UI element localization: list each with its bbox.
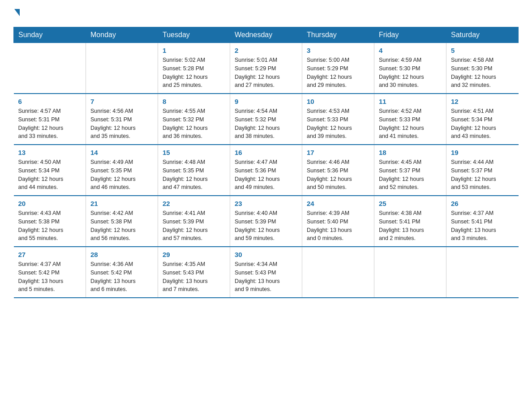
day-number: 12	[451, 98, 514, 105]
calendar-cell: 22Sunrise: 4:41 AMSunset: 5:39 PMDayligh…	[158, 196, 230, 247]
day-info: Sunrise: 4:34 AMSunset: 5:43 PMDaylight:…	[235, 260, 297, 294]
day-number: 22	[163, 200, 225, 207]
header-day-sunday: Sunday	[14, 27, 86, 43]
calendar-cell: 24Sunrise: 4:39 AMSunset: 5:40 PMDayligh…	[302, 196, 374, 247]
logo	[13, 9, 20, 18]
calendar-cell: 14Sunrise: 4:49 AMSunset: 5:35 PMDayligh…	[86, 145, 158, 196]
calendar-cell: 27Sunrise: 4:37 AMSunset: 5:42 PMDayligh…	[14, 247, 86, 298]
day-number: 25	[379, 200, 442, 207]
day-number: 29	[163, 251, 225, 258]
day-info: Sunrise: 4:51 AMSunset: 5:34 PMDaylight:…	[451, 107, 514, 141]
day-info: Sunrise: 4:53 AMSunset: 5:33 PMDaylight:…	[307, 107, 369, 141]
day-info: Sunrise: 4:37 AMSunset: 5:41 PMDaylight:…	[451, 209, 514, 243]
day-number: 2	[235, 47, 297, 54]
day-info: Sunrise: 4:38 AMSunset: 5:41 PMDaylight:…	[379, 209, 442, 243]
day-info: Sunrise: 4:52 AMSunset: 5:33 PMDaylight:…	[379, 107, 442, 141]
day-info: Sunrise: 4:36 AMSunset: 5:42 PMDaylight:…	[90, 260, 153, 294]
day-number: 6	[18, 98, 82, 105]
calendar-cell: 18Sunrise: 4:45 AMSunset: 5:37 PMDayligh…	[374, 145, 446, 196]
calendar-cell: 10Sunrise: 4:53 AMSunset: 5:33 PMDayligh…	[302, 94, 374, 145]
header-day-monday: Monday	[86, 27, 158, 43]
calendar-header-row: SundayMondayTuesdayWednesdayThursdayFrid…	[14, 27, 519, 43]
day-number: 17	[307, 149, 369, 156]
day-info: Sunrise: 4:58 AMSunset: 5:30 PMDaylight:…	[451, 56, 514, 90]
calendar-cell: 30Sunrise: 4:34 AMSunset: 5:43 PMDayligh…	[230, 247, 302, 298]
day-number: 26	[451, 200, 514, 207]
day-info: Sunrise: 4:57 AMSunset: 5:31 PMDaylight:…	[18, 107, 82, 141]
day-number: 11	[379, 98, 442, 105]
day-number: 21	[90, 200, 153, 207]
calendar-cell: 29Sunrise: 4:35 AMSunset: 5:43 PMDayligh…	[158, 247, 230, 298]
calendar-week-row: 27Sunrise: 4:37 AMSunset: 5:42 PMDayligh…	[14, 247, 519, 298]
day-number: 28	[90, 251, 153, 258]
day-info: Sunrise: 4:45 AMSunset: 5:37 PMDaylight:…	[379, 158, 442, 192]
calendar-cell: 4Sunrise: 4:59 AMSunset: 5:30 PMDaylight…	[374, 43, 446, 94]
day-number: 14	[90, 149, 153, 156]
calendar-cell: 8Sunrise: 4:55 AMSunset: 5:32 PMDaylight…	[158, 94, 230, 145]
day-info: Sunrise: 5:01 AMSunset: 5:29 PMDaylight:…	[235, 56, 297, 90]
calendar-cell: 19Sunrise: 4:44 AMSunset: 5:37 PMDayligh…	[446, 145, 519, 196]
calendar-cell: 2Sunrise: 5:01 AMSunset: 5:29 PMDaylight…	[230, 43, 302, 94]
day-number: 19	[451, 149, 514, 156]
day-info: Sunrise: 4:59 AMSunset: 5:30 PMDaylight:…	[379, 56, 442, 90]
calendar-cell: 6Sunrise: 4:57 AMSunset: 5:31 PMDaylight…	[14, 94, 86, 145]
header-day-wednesday: Wednesday	[230, 27, 302, 43]
day-info: Sunrise: 4:46 AMSunset: 5:36 PMDaylight:…	[307, 158, 369, 192]
day-number: 9	[235, 98, 297, 105]
day-number: 16	[235, 149, 297, 156]
day-number: 20	[18, 200, 82, 207]
day-info: Sunrise: 4:49 AMSunset: 5:35 PMDaylight:…	[90, 158, 153, 192]
day-info: Sunrise: 4:55 AMSunset: 5:32 PMDaylight:…	[163, 107, 225, 141]
header-day-thursday: Thursday	[302, 27, 374, 43]
day-info: Sunrise: 4:44 AMSunset: 5:37 PMDaylight:…	[451, 158, 514, 192]
day-info: Sunrise: 4:39 AMSunset: 5:40 PMDaylight:…	[307, 209, 369, 243]
day-info: Sunrise: 4:35 AMSunset: 5:43 PMDaylight:…	[163, 260, 225, 294]
day-number: 15	[163, 149, 225, 156]
calendar-cell: 11Sunrise: 4:52 AMSunset: 5:33 PMDayligh…	[374, 94, 446, 145]
day-info: Sunrise: 4:54 AMSunset: 5:32 PMDaylight:…	[235, 107, 297, 141]
calendar-week-row: 1Sunrise: 5:02 AMSunset: 5:28 PMDaylight…	[14, 43, 519, 94]
day-number: 3	[307, 47, 369, 54]
calendar-cell: 3Sunrise: 5:00 AMSunset: 5:29 PMDaylight…	[302, 43, 374, 94]
header-day-tuesday: Tuesday	[158, 27, 230, 43]
calendar-cell: 28Sunrise: 4:36 AMSunset: 5:42 PMDayligh…	[86, 247, 158, 298]
day-number: 4	[379, 47, 442, 54]
calendar-cell: 12Sunrise: 4:51 AMSunset: 5:34 PMDayligh…	[446, 94, 519, 145]
day-number: 7	[90, 98, 153, 105]
calendar-cell: 21Sunrise: 4:42 AMSunset: 5:38 PMDayligh…	[86, 196, 158, 247]
day-number: 27	[18, 251, 82, 258]
day-info: Sunrise: 4:43 AMSunset: 5:38 PMDaylight:…	[18, 209, 82, 243]
calendar-cell	[86, 43, 158, 94]
calendar-cell	[302, 247, 374, 298]
calendar-cell: 16Sunrise: 4:47 AMSunset: 5:36 PMDayligh…	[230, 145, 302, 196]
calendar-table: SundayMondayTuesdayWednesdayThursdayFrid…	[13, 27, 519, 298]
calendar-cell: 20Sunrise: 4:43 AMSunset: 5:38 PMDayligh…	[14, 196, 86, 247]
day-info: Sunrise: 4:56 AMSunset: 5:31 PMDaylight:…	[90, 107, 153, 141]
calendar-cell	[14, 43, 86, 94]
calendar-week-row: 6Sunrise: 4:57 AMSunset: 5:31 PMDaylight…	[14, 94, 519, 145]
day-info: Sunrise: 4:41 AMSunset: 5:39 PMDaylight:…	[163, 209, 225, 243]
day-number: 5	[451, 47, 514, 54]
day-number: 1	[163, 47, 225, 54]
calendar-week-row: 20Sunrise: 4:43 AMSunset: 5:38 PMDayligh…	[14, 196, 519, 247]
day-number: 13	[18, 149, 82, 156]
calendar-cell: 1Sunrise: 5:02 AMSunset: 5:28 PMDaylight…	[158, 43, 230, 94]
day-info: Sunrise: 4:50 AMSunset: 5:34 PMDaylight:…	[18, 158, 82, 192]
day-info: Sunrise: 4:48 AMSunset: 5:35 PMDaylight:…	[163, 158, 225, 192]
header-day-saturday: Saturday	[446, 27, 519, 43]
day-info: Sunrise: 4:42 AMSunset: 5:38 PMDaylight:…	[90, 209, 153, 243]
day-info: Sunrise: 4:47 AMSunset: 5:36 PMDaylight:…	[235, 158, 297, 192]
calendar-cell: 7Sunrise: 4:56 AMSunset: 5:31 PMDaylight…	[86, 94, 158, 145]
logo-arrow-icon	[14, 9, 20, 16]
calendar-cell	[446, 247, 519, 298]
day-number: 30	[235, 251, 297, 258]
day-info: Sunrise: 5:00 AMSunset: 5:29 PMDaylight:…	[307, 56, 369, 90]
day-info: Sunrise: 4:40 AMSunset: 5:39 PMDaylight:…	[235, 209, 297, 243]
page-header	[13, 9, 519, 18]
calendar-week-row: 13Sunrise: 4:50 AMSunset: 5:34 PMDayligh…	[14, 145, 519, 196]
day-info: Sunrise: 5:02 AMSunset: 5:28 PMDaylight:…	[163, 56, 225, 90]
calendar-cell: 9Sunrise: 4:54 AMSunset: 5:32 PMDaylight…	[230, 94, 302, 145]
calendar-cell: 26Sunrise: 4:37 AMSunset: 5:41 PMDayligh…	[446, 196, 519, 247]
day-number: 18	[379, 149, 442, 156]
calendar-cell: 15Sunrise: 4:48 AMSunset: 5:35 PMDayligh…	[158, 145, 230, 196]
